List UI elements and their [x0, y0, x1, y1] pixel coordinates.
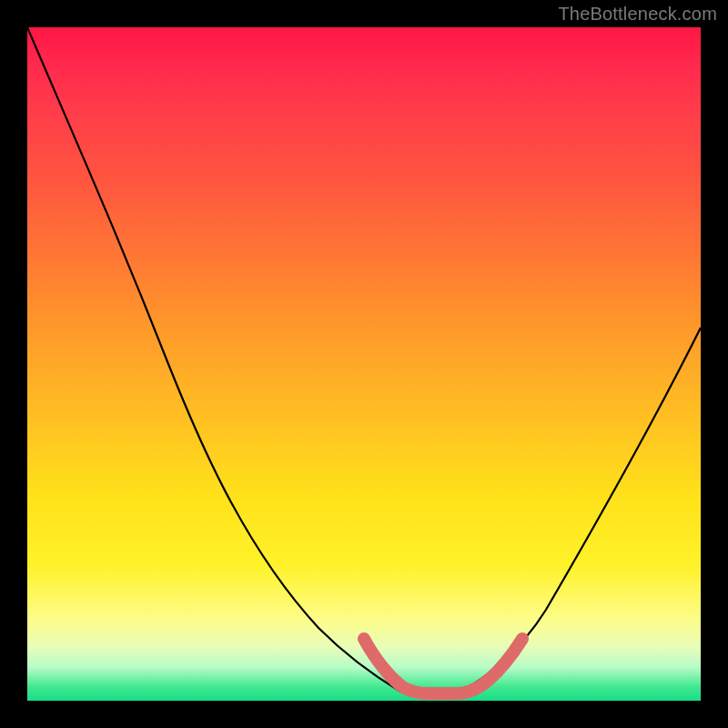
plot-area — [27, 27, 701, 701]
bottleneck-curve — [27, 27, 701, 692]
valley-highlight — [364, 639, 522, 693]
curve-overlay — [27, 27, 701, 701]
watermark-text: TheBottleneck.com — [558, 4, 717, 25]
chart-frame: TheBottleneck.com — [0, 0, 728, 728]
